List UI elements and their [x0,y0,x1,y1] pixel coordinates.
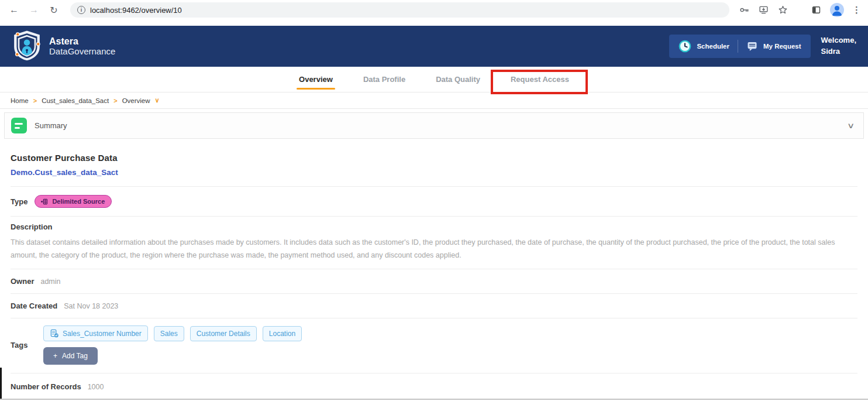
brand-logo: Astera DataGovernance [11,29,115,64]
summary-list-icon [11,118,27,133]
breadcrumb-home[interactable]: Home [11,97,29,104]
chat-icon [746,40,758,52]
install-cast-icon[interactable] [758,5,769,15]
breadcrumb: Home > Cust_sales_data_Sact > Overview ∨ [0,92,868,109]
owner-value: admin [40,277,60,286]
dataset-title: Customer Purchase Data [11,153,857,163]
bookmark-star-icon[interactable] [777,5,788,15]
date-created-row: Date Created Sat Nov 18 2023 [11,294,857,318]
tab-data-quality[interactable]: Data Quality [435,68,481,91]
tag-customer-details[interactable]: Customer Details [190,326,257,341]
chevron-right-icon: > [33,97,37,104]
reload-icon[interactable]: ↻ [47,5,61,16]
forward-icon[interactable]: → [27,5,41,15]
app-header: Astera DataGovernance Scheduler My Reque… [0,26,868,67]
password-key-icon[interactable] [739,5,750,15]
summary-panel-header[interactable]: Summary ∨ [4,112,864,139]
description-label: Description [11,222,857,231]
scheduler-button[interactable]: Scheduler [678,40,729,53]
back-icon[interactable]: ← [7,5,21,15]
description-row: Description This dataset contains detail… [11,217,857,269]
dataset-title-block: Customer Purchase Data Demo.Cust_sales_d… [11,139,857,187]
summary-title: Summary [35,121,67,130]
breadcrumb-overview[interactable]: Overview [122,97,150,104]
text-cursor-artifact [0,368,2,399]
breadcrumb-dataset[interactable]: Cust_sales_data_Sact [42,97,109,104]
chevron-right-icon: > [113,97,117,104]
brand-name: Astera DataGovernance [49,37,115,56]
owner-row: Owner admin [11,269,857,294]
browser-toolbar: ← → ↻ i localhost:9462/overview/10 ⋮ [0,0,868,20]
tag-location[interactable]: Location [263,326,302,341]
overview-content: Customer Purchase Data Demo.Cust_sales_d… [0,139,868,400]
chrome-menu-icon[interactable]: ⋮ [852,5,861,15]
tag-table-icon [50,329,59,338]
records-value: 1000 [88,383,104,391]
tab-data-profile[interactable]: Data Profile [362,68,407,91]
shield-logo-icon [11,29,43,64]
tab-request-access[interactable]: Request Access [509,68,570,91]
add-tag-button[interactable]: + Add Tag [43,347,98,365]
site-info-icon[interactable]: i [77,6,85,14]
records-label: Number of Records [11,382,81,391]
plus-icon: + [53,352,57,360]
side-panel-icon[interactable] [811,5,822,15]
type-badge: Delimited Source [35,195,112,208]
collapse-chevron-icon[interactable]: ∨ [848,121,855,130]
description-text: This dataset contains detailed informati… [11,236,857,262]
tag-sales-customer-number[interactable]: Sales_Customer Number [43,325,148,341]
owner-label: Owner [11,277,34,286]
tab-overview[interactable]: Overview [298,68,334,91]
clock-icon [678,40,691,53]
chevron-down-icon[interactable]: ∨ [155,97,160,104]
tags-label: Tags [11,341,35,349]
records-row: Number of Records 1000 [11,373,857,400]
header-divider [738,40,738,53]
welcome-user: Welcome, Sidra [821,35,859,57]
date-created-value: Sat Nov 18 2023 [64,302,118,310]
url-text[interactable]: localhost:9462/overview/10 [90,6,182,15]
tag-sales[interactable]: Sales [154,326,184,341]
type-label: Type [11,197,27,206]
dataset-qualified-name-link[interactable]: Demo.Cust_sales_data_Sact [11,168,857,177]
bottom-divider [0,399,868,400]
type-row: Type Delimited Source [11,187,857,217]
header-actions: Scheduler My Request [669,35,810,58]
tags-row: Tags Sales_Customer Number Sales Custome… [11,318,857,373]
type-badge-label: Delimited Source [52,198,105,205]
date-created-label: Date Created [11,301,57,310]
address-bar[interactable]: i localhost:9462/overview/10 [70,2,729,18]
delimited-source-icon [40,198,49,205]
profile-avatar[interactable] [830,3,844,17]
my-request-button[interactable]: My Request [746,40,801,52]
page-tabs: Overview Data Profile Data Quality Reque… [0,67,868,92]
